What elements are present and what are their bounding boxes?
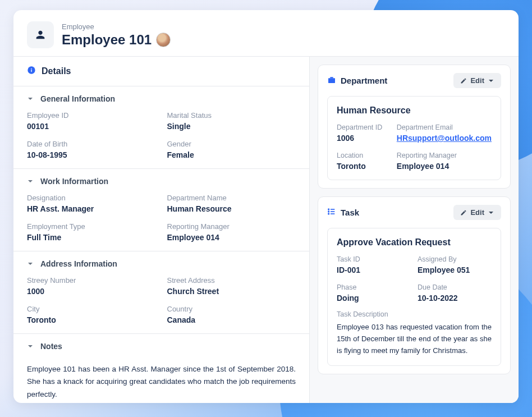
chevron-down-icon xyxy=(27,95,34,102)
caret-down-icon xyxy=(488,209,494,216)
manager-value: Employee 014 xyxy=(167,233,296,242)
employee-card: Employee Employee 101 Details General In… xyxy=(13,10,519,403)
svg-point-6 xyxy=(328,213,329,214)
dept-email-link[interactable]: HRsupport@outlook.com xyxy=(397,134,492,143)
task-desc: Employee 013 has requested vacation from… xyxy=(337,322,492,356)
street-addr-value: Church Street xyxy=(167,287,296,296)
side-column: Department Edit Human Resource Departmen… xyxy=(310,57,519,403)
avatar xyxy=(156,33,171,47)
details-header: Details xyxy=(13,57,309,86)
street-addr-label: Street Address xyxy=(167,276,296,285)
details-column: Details General Information Employee ID0… xyxy=(13,57,310,403)
address-title: Address Information xyxy=(40,259,117,268)
work-toggle[interactable]: Work Informartion xyxy=(13,169,309,194)
department-value: Human Resource xyxy=(167,204,296,213)
info-icon xyxy=(27,66,36,77)
card-header: Employee Employee 101 xyxy=(13,10,519,57)
task-panel: Task Edit Approve Vacation Request Task … xyxy=(318,196,511,374)
work-section: Work Informartion DesignationHR Asst. Ma… xyxy=(13,169,309,251)
dept-loc-value: Toronto xyxy=(337,162,390,171)
employee-id-label: Employee ID xyxy=(27,111,156,120)
general-toggle[interactable]: General Information xyxy=(13,86,309,111)
task-panel-title: Task xyxy=(341,208,359,217)
chevron-down-icon xyxy=(27,260,34,267)
city-value: Toronto xyxy=(27,315,156,324)
breadcrumb: Employee xyxy=(62,22,171,31)
notes-body: Employee 101 has been a HR Asst. Manager… xyxy=(13,359,309,403)
address-section: Address Information Streey Number1000 St… xyxy=(13,251,309,334)
task-desc-label: Task Description xyxy=(337,310,492,318)
entity-icon-box xyxy=(27,21,54,48)
gender-value: Female xyxy=(167,150,296,159)
emptype-value: Full Time xyxy=(27,233,156,242)
country-value: Canada xyxy=(167,315,296,324)
details-title: Details xyxy=(42,66,71,76)
department-label: Department Name xyxy=(167,194,296,202)
chevron-down-icon xyxy=(27,178,34,185)
dept-loc-label: Location xyxy=(337,152,390,159)
notes-toggle[interactable]: Notes xyxy=(13,334,309,359)
svg-point-2 xyxy=(328,209,329,210)
department-panel-title: Department xyxy=(341,76,387,85)
designation-label: Designation xyxy=(27,194,156,202)
task-id-value: ID-001 xyxy=(337,265,411,274)
dept-id-value: 1006 xyxy=(337,134,390,143)
street-num-value: 1000 xyxy=(27,287,156,296)
chevron-down-icon xyxy=(27,343,34,350)
street-num-label: Streey Number xyxy=(27,276,156,285)
marital-label: Marital Status xyxy=(167,111,296,120)
emptype-label: Employment Type xyxy=(27,222,156,231)
work-title: Work Informartion xyxy=(40,177,108,186)
city-label: City xyxy=(27,305,156,313)
marital-value: Single xyxy=(167,122,296,131)
task-phase-value: Doing xyxy=(337,294,411,303)
general-title: General Information xyxy=(40,94,115,103)
address-toggle[interactable]: Address Information xyxy=(13,251,309,276)
employee-id-value: 00101 xyxy=(27,122,156,131)
task-assigned-label: Assigned By xyxy=(418,255,492,263)
edit-task-button[interactable]: Edit xyxy=(453,205,501,220)
dob-value: 10-08-1995 xyxy=(27,150,156,159)
edit-icon xyxy=(460,209,467,216)
dept-id-label: Department ID xyxy=(337,123,390,131)
task-phase-label: Phase xyxy=(337,283,411,291)
dept-mgr-value: Employee 014 xyxy=(397,162,492,171)
country-label: Country xyxy=(167,305,296,313)
manager-label: Reporting Manager xyxy=(167,222,296,231)
edit-label: Edit xyxy=(470,208,484,217)
list-icon xyxy=(327,207,336,218)
svg-point-4 xyxy=(328,211,329,212)
building-icon xyxy=(327,75,336,86)
gender-label: Gender xyxy=(167,140,296,148)
designation-value: HR Asst. Manager xyxy=(27,204,156,213)
edit-department-button[interactable]: Edit xyxy=(453,73,501,88)
svg-rect-1 xyxy=(328,78,335,83)
notes-section: Notes Employee 101 has been a HR Asst. M… xyxy=(13,334,309,403)
task-assigned-value: Employee 051 xyxy=(418,265,492,274)
caret-down-icon xyxy=(488,77,494,84)
person-icon xyxy=(34,29,47,41)
dept-email-label: Department Email xyxy=(397,123,492,131)
dept-mgr-label: Reporting Manager xyxy=(397,152,492,159)
task-due-value: 10-10-2022 xyxy=(418,294,492,303)
pencil-icon xyxy=(460,77,467,84)
notes-title: Notes xyxy=(40,342,62,351)
dob-label: Date of Birth xyxy=(27,140,156,148)
task-id-label: Task ID xyxy=(337,255,411,263)
page-title: Employee 101 xyxy=(62,32,152,48)
edit-label: Edit xyxy=(470,76,484,85)
department-panel: Department Edit Human Resource Departmen… xyxy=(318,65,511,189)
task-name: Approve Vacation Request xyxy=(337,237,492,248)
department-name: Human Resource xyxy=(337,106,492,116)
general-section: General Information Employee ID00101 Mar… xyxy=(13,86,309,169)
task-due-label: Due Date xyxy=(418,283,492,291)
